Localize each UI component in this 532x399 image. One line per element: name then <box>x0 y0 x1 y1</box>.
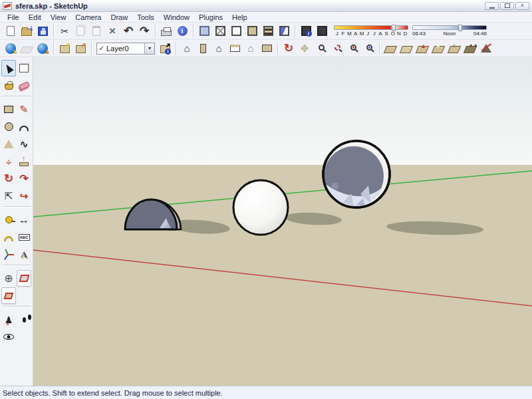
menu-plugins[interactable]: Plugins <box>194 13 227 21</box>
from-scratch-button[interactable] <box>398 41 414 57</box>
offset-tool[interactable]: ↪ <box>17 188 31 204</box>
back-view-icon <box>230 45 240 52</box>
front-view-button[interactable]: ⌂ <box>211 41 227 57</box>
walk-tool[interactable] <box>17 311 31 328</box>
print-button[interactable] <box>158 23 174 39</box>
open-button[interactable]: ⤓ <box>19 23 35 39</box>
orbit-button[interactable]: ↻ <box>281 41 297 57</box>
shaded-textures-button[interactable] <box>260 23 276 39</box>
paint-bucket-tool[interactable] <box>1 77 16 94</box>
3d-text-tool[interactable]: A <box>17 246 31 263</box>
dimension-tool[interactable]: ↔ <box>17 211 31 228</box>
section-cut-tool[interactable] <box>1 287 16 304</box>
menu-view[interactable]: View <box>46 13 71 21</box>
erase-button[interactable]: × <box>104 23 120 39</box>
look-around-tool[interactable] <box>1 329 16 345</box>
arc-tool[interactable] <box>17 118 31 135</box>
get-models-button[interactable] <box>57 41 72 57</box>
share-model-globe-button[interactable] <box>35 41 51 57</box>
menu-camera[interactable]: Camera <box>70 13 106 21</box>
undo-button[interactable]: ↶ <box>120 23 136 39</box>
cut-button[interactable]: ✂ <box>57 23 72 39</box>
3d-viewport[interactable] <box>33 57 532 386</box>
shadow-settings-button[interactable]: i <box>298 23 314 39</box>
flip-edge-button[interactable] <box>478 41 494 57</box>
side-view-button[interactable] <box>195 41 211 57</box>
hidden-line-button[interactable] <box>228 23 244 39</box>
get-current-view-button[interactable] <box>3 41 19 57</box>
section-display-tool[interactable]: ⊕ <box>1 270 16 287</box>
rectangle-tool[interactable] <box>1 101 16 118</box>
push-pull-icon <box>19 162 29 166</box>
share-model-button[interactable] <box>72 41 88 57</box>
shadow-time-slider[interactable]: 06:43 Noon 04:46 <box>412 25 487 37</box>
zoom-previous-button[interactable] <box>360 41 376 57</box>
zoom-extents-button[interactable] <box>344 41 360 57</box>
axes-tool[interactable] <box>1 246 16 263</box>
title-bar[interactable]: sfera.skp - SketchUp × <box>0 0 532 12</box>
save-button[interactable] <box>35 23 51 39</box>
drape-button[interactable]: ○ <box>446 41 462 57</box>
make-component-tool[interactable] <box>17 60 31 76</box>
add-detail-button[interactable]: ▲▲ <box>462 41 478 57</box>
date-slider-thumb[interactable] <box>392 25 396 31</box>
section-plane-tool[interactable] <box>17 270 31 287</box>
toggle-shadows-button[interactable] <box>314 23 330 39</box>
position-camera-tool[interactable]: ♟ <box>1 311 16 328</box>
menu-help[interactable]: Help <box>227 13 252 21</box>
move-tool[interactable]: ↔↕ <box>1 153 16 170</box>
follow-me-tool[interactable]: ↷ <box>17 170 31 187</box>
shaded-button[interactable] <box>244 23 260 39</box>
menu-draw[interactable]: Draw <box>106 13 132 21</box>
push-pull-tool[interactable] <box>17 153 31 170</box>
text-tool[interactable]: ABC <box>17 229 31 245</box>
top-view-button[interactable] <box>259 41 275 57</box>
elevation-view-button[interactable]: ⌂ <box>243 41 259 57</box>
circle-icon <box>5 122 13 131</box>
rotate-tool[interactable]: ↻ <box>1 170 16 187</box>
menu-file[interactable]: File <box>3 13 24 21</box>
menu-tools[interactable]: Tools <box>132 13 159 21</box>
close-button[interactable]: × <box>515 2 529 10</box>
model-info-button[interactable]: i <box>174 23 190 39</box>
dropdown-arrow-icon[interactable]: ▼ <box>144 43 154 54</box>
xray-button[interactable] <box>196 23 212 39</box>
line-tool[interactable]: ✎ <box>17 101 31 118</box>
white-sphere[interactable] <box>233 180 288 235</box>
layer-manager-button[interactable]: i <box>157 41 173 57</box>
new-button[interactable] <box>3 23 19 39</box>
time-slider-track[interactable] <box>412 25 487 30</box>
menu-edit[interactable]: Edit <box>24 13 46 21</box>
iso-view-button[interactable]: ⌂ <box>179 41 195 57</box>
copy-button[interactable] <box>72 23 88 39</box>
redo-button[interactable]: ↷ <box>136 23 152 39</box>
wireframe-button[interactable] <box>212 23 228 39</box>
polygon-tool[interactable] <box>1 136 16 152</box>
menu-window[interactable]: Window <box>159 13 194 21</box>
eraser-tool[interactable] <box>17 77 31 94</box>
text-abc-icon: ABC <box>19 234 30 241</box>
scale-tool[interactable]: ⇱ <box>1 188 16 204</box>
zoom-window-button[interactable] <box>329 41 344 57</box>
shadow-date-slider[interactable]: J F M A M J J A S O N D <box>334 25 408 37</box>
zoom-button[interactable] <box>313 41 329 57</box>
date-slider-track[interactable] <box>334 25 408 30</box>
select-tool[interactable] <box>1 60 16 76</box>
minimize-button[interactable] <box>485 2 499 10</box>
circle-tool[interactable] <box>1 118 16 135</box>
monochrome-button[interactable] <box>276 23 292 39</box>
time-slider-thumb[interactable] <box>458 25 462 31</box>
restore-button[interactable] <box>500 2 514 10</box>
tape-measure-tool[interactable] <box>1 211 16 228</box>
from-contours-button[interactable] <box>382 41 398 57</box>
layer-dropdown[interactable]: ✓ Layer0 ▼ <box>96 43 155 55</box>
paste-button[interactable] <box>88 23 104 39</box>
freehand-tool[interactable]: ∿ <box>17 136 31 152</box>
pan-button[interactable]: ✥ <box>297 41 313 57</box>
back-view-button[interactable] <box>227 41 243 57</box>
scene-canvas[interactable] <box>33 57 532 386</box>
toggle-terrain-button[interactable] <box>19 41 35 57</box>
protractor-tool[interactable] <box>1 229 16 245</box>
stamp-button[interactable]: ● <box>430 41 446 57</box>
smoove-button[interactable]: ▲ <box>414 41 430 57</box>
